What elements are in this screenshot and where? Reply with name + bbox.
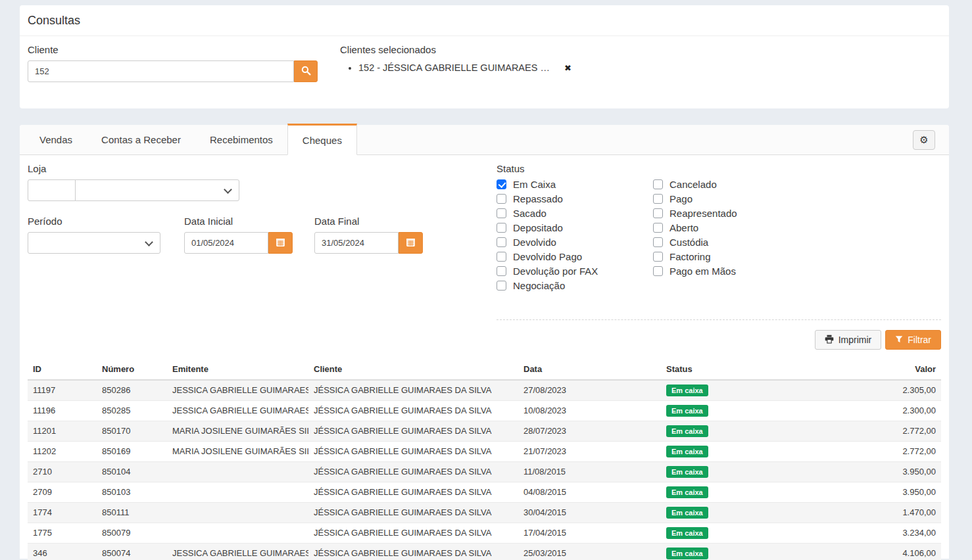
cell-data: 27/08/2023 — [518, 380, 661, 400]
cliente-search-input[interactable] — [28, 60, 294, 82]
imprimir-button[interactable]: Imprimir — [815, 330, 882, 350]
status-option-devolvido-pago[interactable]: Devolvido Pago — [497, 252, 653, 262]
checkbox-icon[interactable] — [653, 208, 663, 218]
status-option-label: Negociação — [513, 281, 565, 291]
status-badge: Em caixa — [666, 548, 708, 559]
status-checkbox-column-2: CanceladoPagoReapresentadoAbertoCustódia… — [653, 179, 737, 291]
col-header-cliente: Cliente — [308, 359, 518, 380]
status-option-custódia[interactable]: Custódia — [653, 237, 737, 247]
tab-list: VendasContas a ReceberRecebimentosCheque… — [20, 125, 949, 155]
checkbox-checked-icon[interactable] — [497, 179, 506, 189]
status-option-em-caixa[interactable]: Em Caixa — [497, 179, 653, 189]
cell-cliente: JÉSSICA GABRIELLE GUIMARAES DA SILVA — [308, 482, 518, 502]
cell-cliente: JÉSSICA GABRIELLE GUIMARAES DA SILVA — [308, 421, 518, 441]
periodo-select[interactable] — [28, 232, 160, 254]
table-row[interactable]: 1775850079JÉSSICA GABRIELLE GUIMARAES DA… — [28, 523, 941, 543]
cell-status: Em caixa — [661, 523, 792, 543]
status-badge: Em caixa — [666, 425, 708, 437]
status-option-label: Reapresentado — [669, 208, 737, 218]
checkbox-icon[interactable] — [497, 237, 506, 247]
table-row[interactable]: 11197850286JESSICA GABRIELLE GUIMARAES D… — [28, 380, 941, 400]
cell-numero: 850169 — [97, 441, 167, 461]
table-row[interactable]: 11202850169MARIA JOSILENE GUIMARÃES SILV… — [28, 441, 941, 461]
tab-cheques[interactable]: Cheques — [287, 124, 357, 155]
data-final-calendar-button[interactable] — [399, 232, 423, 254]
cell-data: 28/07/2023 — [518, 421, 661, 441]
checkbox-icon[interactable] — [653, 179, 663, 189]
remove-client-icon[interactable]: ✖ — [564, 63, 571, 73]
checkbox-icon[interactable] — [497, 223, 506, 233]
loja-select[interactable] — [75, 179, 239, 201]
status-option-aberto[interactable]: Aberto — [653, 223, 737, 233]
results-panel: VendasContas a ReceberRecebimentosCheque… — [20, 125, 949, 559]
cell-emitente: MARIA JOSILENE GUIMARÃES SILVA — [167, 421, 308, 441]
table-row[interactable]: 11196850285JESSICA GABRIELLE GUIMARAES D… — [28, 400, 941, 421]
tab-contas-a-receber[interactable]: Contas a Receber — [87, 125, 195, 154]
data-inicial-calendar-button[interactable] — [268, 232, 293, 254]
status-option-pago-em-mãos[interactable]: Pago em Mãos — [653, 266, 737, 276]
status-option-repassado[interactable]: Repassado — [497, 194, 653, 204]
calendar-icon — [406, 237, 416, 249]
cell-cliente: JÉSSICA GABRIELLE GUIMARAES DA SILVA — [308, 380, 518, 400]
status-option-pago[interactable]: Pago — [653, 194, 737, 204]
cell-data: 10/08/2023 — [518, 400, 661, 421]
table-row[interactable]: 1774850111JÉSSICA GABRIELLE GUIMARAES DA… — [28, 502, 941, 523]
data-final-label: Data Final — [314, 216, 423, 227]
data-inicial-input[interactable] — [184, 232, 268, 254]
status-option-factoring[interactable]: Factoring — [653, 252, 737, 262]
page-title: Consultas — [20, 5, 949, 36]
status-option-reapresentado[interactable]: Reapresentado — [653, 208, 737, 218]
loja-code-input[interactable] — [28, 179, 76, 201]
status-option-cancelado[interactable]: Cancelado — [653, 179, 737, 189]
status-option-label: Custódia — [669, 237, 708, 247]
checkbox-icon[interactable] — [497, 194, 506, 204]
checkbox-icon[interactable] — [653, 266, 663, 276]
checkbox-icon[interactable] — [653, 194, 663, 204]
table-row[interactable]: 2710850104JÉSSICA GABRIELLE GUIMARAES DA… — [28, 461, 941, 482]
status-option-label: Cancelado — [669, 179, 717, 189]
status-badge: Em caixa — [666, 405, 708, 417]
status-option-negociação[interactable]: Negociação — [497, 281, 653, 291]
tab-recebimentos[interactable]: Recebimentos — [195, 125, 287, 154]
checkbox-icon[interactable] — [653, 252, 663, 262]
calendar-icon — [276, 237, 285, 249]
cell-valor: 3.950,00 — [792, 461, 941, 482]
cell-data: 04/08/2015 — [518, 482, 661, 502]
status-option-depositado[interactable]: Depositado — [497, 223, 653, 233]
cell-emitente — [167, 523, 308, 543]
selected-client-item: 152 - JÉSSICA GABRIELLE GUIMARAES …✖ — [358, 62, 571, 73]
checkbox-icon[interactable] — [497, 281, 506, 291]
filtrar-button-label: Filtrar — [908, 335, 931, 345]
table-row[interactable]: 11201850170MARIA JOSILENE GUIMARÃES SILV… — [28, 421, 941, 441]
checkbox-icon[interactable] — [497, 252, 506, 262]
data-final-input[interactable] — [314, 232, 399, 254]
cell-id: 2710 — [28, 461, 97, 482]
col-header-id: ID — [28, 359, 97, 380]
checkbox-icon[interactable] — [497, 266, 506, 276]
settings-button[interactable]: ⚙ — [913, 130, 935, 150]
table-row[interactable]: 2709850103JÉSSICA GABRIELLE GUIMARAES DA… — [28, 482, 941, 502]
status-badge: Em caixa — [666, 507, 708, 519]
cell-id: 2709 — [28, 482, 97, 502]
status-option-devolução-por-fax[interactable]: Devolução por FAX — [497, 266, 653, 276]
cell-numero: 850079 — [97, 523, 167, 543]
table-row[interactable]: 346850074JESSICA GABRIELLE GUIMARAES SIL… — [28, 543, 941, 560]
cell-id: 11202 — [28, 441, 97, 461]
filtrar-button[interactable]: Filtrar — [885, 330, 941, 350]
col-header-status: Status — [661, 359, 792, 380]
status-badge: Em caixa — [666, 466, 708, 478]
status-option-devolvido[interactable]: Devolvido — [497, 237, 653, 247]
checkbox-icon[interactable] — [653, 237, 663, 247]
status-badge: Em caixa — [666, 385, 708, 396]
checkbox-icon[interactable] — [653, 223, 663, 233]
table-header-row: ID Número Emitente Cliente Data Status V… — [28, 359, 941, 380]
cell-data: 21/07/2023 — [518, 441, 661, 461]
selected-client-text: 152 - JÉSSICA GABRIELLE GUIMARAES … — [358, 62, 550, 73]
cliente-search-button[interactable] — [294, 60, 318, 82]
tab-vendas[interactable]: Vendas — [25, 125, 87, 154]
checkbox-icon[interactable] — [497, 208, 506, 218]
cell-status: Em caixa — [661, 502, 792, 523]
status-option-sacado[interactable]: Sacado — [497, 208, 653, 218]
cell-emitente: MARIA JOSILENE GUIMARÃES SILVA — [167, 441, 308, 461]
cell-numero: 850104 — [97, 461, 167, 482]
